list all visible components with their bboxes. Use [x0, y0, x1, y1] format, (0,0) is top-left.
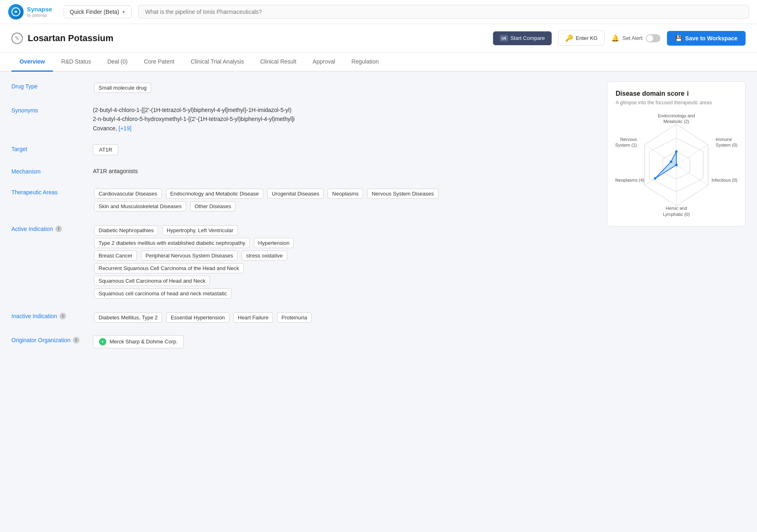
drug-header: ✎ Losartan Potassium U5 Start Compare 🔑 … — [0, 24, 757, 53]
drug-actions: U5 Start Compare 🔑 Enter KG 🔔 Set Alert … — [493, 31, 746, 46]
brand-sub: by patsnap — [27, 13, 52, 18]
inactive-info-icon[interactable]: i — [59, 313, 66, 319]
drug-type-tag: Small molecule drug — [94, 83, 151, 93]
mechanism-label: Mechanism — [11, 167, 93, 175]
therapeutic-label: Therapeutic Areas — [11, 187, 93, 196]
inactive-indication-row: Inactive Indication i Diabetes Mellitus,… — [11, 311, 597, 324]
tab-approval[interactable]: Approval — [304, 53, 343, 72]
quick-finder-button[interactable]: Quick Finder (Beta) ▼ — [64, 5, 132, 18]
dropdown-arrow-icon: ▼ — [121, 10, 125, 14]
radar-label-neoplasms: Neoplasms (4) — [615, 177, 645, 183]
drug-title: Losartan Potassium — [28, 33, 113, 44]
synonym-line-1: (2-butyl-4-chloro-1-{[2'-(1H-tetrazol-5-… — [93, 106, 597, 114]
logo-text: Synapse by patsnap — [27, 6, 52, 18]
synonyms-value: (2-butyl-4-chloro-1-{[2'-(1H-tetrazol-5-… — [93, 106, 597, 133]
target-tag[interactable]: AT1R — [93, 144, 118, 155]
synonyms-label: Synonyms — [11, 106, 93, 114]
set-alert-label: Set Alert — [623, 35, 643, 41]
radar-svg — [615, 112, 737, 218]
tag-stress-oxidative[interactable]: stress oxidative — [242, 251, 287, 261]
set-alert-icon: 🔔 — [611, 34, 619, 42]
radar-label-nervous: NervousSystem (1) — [615, 136, 637, 148]
tab-deal[interactable]: Deal (0) — [99, 53, 136, 72]
tag-squamous-metastatic[interactable]: Squamous cell carcinoma of head and neck… — [94, 288, 231, 299]
mechanism-value: AT1R antagonists — [93, 167, 597, 176]
tag-type2-diabetes[interactable]: Type 2 diabetes mellitus with establishe… — [94, 238, 250, 248]
tab-core-patent[interactable]: Core Patent — [136, 53, 183, 72]
tag-cardiovascular[interactable]: Cardiovascular Diseases — [94, 189, 162, 199]
tag-endocrinology-metabolic[interactable]: Endocrinology and Metabolic Disease — [166, 189, 264, 199]
drug-type-label: Drug Type — [11, 81, 93, 90]
mechanism-row: Mechanism AT1R antagonists — [11, 167, 597, 176]
inactive-indication-tags: Diabetes Mellitus, Type 2 Essential Hype… — [93, 311, 597, 324]
tag-urogenital[interactable]: Urogenital Diseases — [267, 189, 323, 199]
drug-type-value: Small molecule drug — [93, 81, 597, 94]
drug-icon: ✎ — [11, 33, 23, 44]
tag-diabetic-nephropathies[interactable]: Diabetic Nephropathies — [94, 225, 158, 235]
enter-kg-button[interactable]: 🔑 Enter KG — [558, 31, 604, 46]
tag-diabetes-mellitus[interactable]: Diabetes Mellitus, Type 2 — [94, 312, 162, 323]
svg-point-15 — [654, 177, 656, 180]
tag-peripheral-nervous[interactable]: Peripheral Nervous System Diseases — [141, 251, 238, 261]
main-content: Drug Type Small molecule drug Synonyms (… — [0, 72, 757, 369]
radar-label-endocrinology: Endocrinology andMetabolic (2) — [658, 113, 695, 125]
tab-clinical-result[interactable]: Clinical Result — [252, 53, 305, 72]
tag-nervous-system[interactable]: Nervous System Diseases — [367, 189, 438, 199]
nav-tabs: Overview R&D Status Deal (0) Core Patent… — [0, 53, 757, 72]
active-info-icon[interactable]: i — [55, 226, 62, 232]
tag-heart-failure[interactable]: Heart Failure — [233, 312, 273, 323]
tag-other-diseases[interactable]: Other Diseases — [190, 201, 236, 211]
right-panel: Disease domain score i A glimpse into th… — [607, 81, 746, 360]
synonyms-more-link[interactable]: [+19] — [119, 125, 132, 132]
top-bar: Synapse by patsnap Quick Finder (Beta) ▼ — [0, 0, 757, 24]
synonyms-row: Synonyms (2-butyl-4-chloro-1-{[2'-(1H-te… — [11, 106, 597, 133]
radar-label-hemic: Hemic andLymphatic (0) — [663, 205, 690, 217]
disease-domain-title: Disease domain score i — [616, 90, 737, 97]
app-logo-icon — [8, 4, 24, 20]
tag-breast-cancer[interactable]: Breast Cancer — [94, 251, 137, 261]
originator-label: Originator Organization i — [11, 335, 93, 343]
compare-button[interactable]: U5 Start Compare — [493, 31, 552, 45]
tag-skin-musculoskeletal[interactable]: Skin and Musculoskeletal Diseases — [94, 201, 186, 211]
tag-squamous-head-neck[interactable]: Squamous Cell Carcinoma of Head and Neck — [94, 276, 210, 286]
radar-label-immune: ImmuneSystem (0) — [716, 136, 737, 148]
synonym-line-2: 2-n-butyl-4-chloro-5-hydroxymethyl-1-[(2… — [93, 114, 597, 123]
tag-recurrent-squamous[interactable]: Recurrent Squamous Cell Carcinoma of the… — [94, 263, 244, 273]
tab-overview[interactable]: Overview — [11, 53, 53, 72]
tab-regulation[interactable]: Regulation — [343, 53, 387, 72]
left-panel: Drug Type Small molecule drug Synonyms (… — [11, 81, 597, 360]
org-icon: ✦ — [99, 338, 106, 345]
active-indication-tags: Diabetic Nephropathies Hypertrophy, Left… — [93, 224, 597, 300]
active-indication-row: Active Indication i Diabetic Nephropathi… — [11, 224, 597, 300]
set-alert-toggle[interactable] — [646, 34, 660, 42]
set-alert-area: 🔔 Set Alert — [611, 34, 660, 42]
inactive-indication-label: Inactive Indication i — [11, 311, 93, 319]
synonym-line-3: Covance, [+19] — [93, 124, 597, 133]
drug-type-row: Drug Type Small molecule drug — [11, 81, 597, 94]
active-indication-label: Active Indication i — [11, 224, 93, 232]
disease-domain-info-icon[interactable]: i — [687, 90, 689, 97]
tag-hypertension[interactable]: Hypertension — [254, 238, 294, 248]
originator-info-icon[interactable]: i — [73, 337, 79, 343]
save-button[interactable]: 💾 Save to Workspace — [667, 31, 746, 46]
tag-hypertrophy[interactable]: Hypertrophy, Left Ventricular — [162, 225, 238, 235]
enter-kg-label: Enter KG — [576, 35, 597, 41]
quick-finder-label: Quick Finder (Beta) — [70, 9, 119, 15]
tag-essential-hypertension[interactable]: Essential Hypertension — [166, 312, 229, 323]
tab-clinical-trial[interactable]: Clinical Trial Analysis — [183, 53, 252, 72]
tag-proteinuria[interactable]: Proteinuria — [277, 312, 312, 323]
originator-tag[interactable]: ✦ Merck Sharp & Dohme Corp. — [93, 335, 184, 348]
svg-point-14 — [675, 164, 678, 166]
save-icon: 💾 — [675, 35, 682, 42]
disease-domain-subtitle: A glimpse into the focused therapeutic a… — [616, 100, 737, 106]
target-label: Target — [11, 144, 93, 152]
tab-rd-status[interactable]: R&D Status — [53, 53, 99, 72]
tag-neoplasms[interactable]: Neoplasms — [328, 189, 363, 199]
mechanism-text: AT1R antagonists — [93, 167, 597, 176]
save-label: Save to Workspace — [685, 35, 737, 42]
radar-chart-container: Endocrinology andMetabolic (2) ImmuneSys… — [616, 112, 737, 218]
compare-icon: U5 — [500, 35, 508, 42]
disease-domain-panel: Disease domain score i A glimpse into th… — [607, 81, 746, 226]
search-input[interactable] — [138, 5, 749, 19]
originator-value: ✦ Merck Sharp & Dohme Corp. — [93, 335, 597, 348]
